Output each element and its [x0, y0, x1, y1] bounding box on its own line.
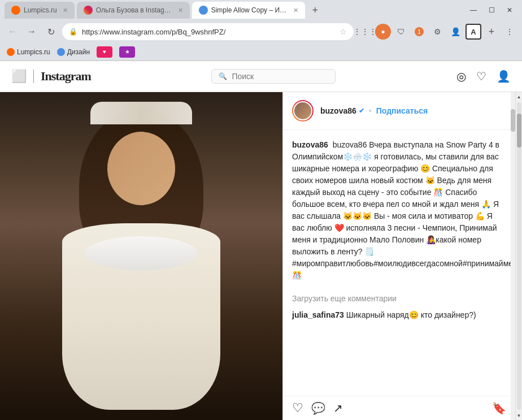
bookmarks-bar: Lumpics.ru Дизайн ♥ ★ [0, 43, 522, 61]
comment-username: julia_safina73 [292, 310, 344, 319]
bookmark-4-icon: ★ [125, 49, 130, 55]
browser-scrollbar[interactable]: ▲ ▼ [515, 92, 522, 420]
scroll-down-button[interactable]: ▼ [516, 411, 523, 420]
necklace [85, 236, 198, 270]
new-tab-icon: + [312, 5, 318, 16]
heart-icon[interactable]: ♡ [476, 70, 486, 83]
tab-lumpics[interactable]: Lumpics.ru ✕ [5, 2, 75, 19]
title-bar: Lumpics.ru ✕ Ольга Бузова в Instagram: «… [0, 0, 522, 20]
dot-separator: • [369, 106, 372, 115]
tab-simple-allow-copy[interactable]: Simple Allow Copy – Интерн… ✕ [192, 2, 305, 19]
instagram-header: ⬜ Instagram 🔍 ◎ ♡ 👤 [0, 61, 522, 92]
tab-lumpics-label: Lumpics.ru [24, 6, 57, 14]
bookmark-design[interactable]: Дизайн [57, 48, 90, 56]
address-bar: ← → ↻ 🔒 https://www.instagram.com/p/Bq_9… [0, 20, 522, 43]
refresh-button[interactable]: ↻ [43, 24, 59, 40]
sidebar-scroll-thumb [511, 109, 515, 132]
menu-button[interactable]: ⋮ [502, 24, 517, 40]
spacer [292, 282, 506, 288]
account-icon[interactable]: 👤 [447, 24, 463, 40]
face [107, 132, 175, 205]
simple-allow-copy-extension-button[interactable]: A [466, 24, 481, 40]
instagram-nav-icons: ◎ ♡ 👤 [456, 70, 511, 83]
bookmark-4[interactable]: ★ [119, 46, 135, 58]
back-icon: ← [8, 27, 17, 37]
bookmark-3[interactable]: ♥ [97, 46, 112, 58]
avatar [292, 100, 314, 122]
post-image [0, 92, 282, 420]
comment-item: julia_safina73 Шикарный наряд😊 кто дизай… [292, 309, 506, 321]
minimize-button[interactable]: — [466, 2, 481, 18]
instagram-logo-text: Instagram [41, 69, 91, 84]
close-button[interactable]: ✕ [502, 2, 517, 18]
caption-username: buzova86 [292, 140, 328, 149]
scroll-up-button[interactable]: ▲ [516, 92, 523, 101]
comment-button[interactable]: 💬 [311, 401, 325, 415]
window-controls: — ☐ ✕ [466, 2, 517, 18]
instagram-search: 🔍 [102, 69, 445, 84]
search-input[interactable] [232, 72, 322, 81]
sidebar-scrollbar[interactable] [511, 92, 515, 420]
lock-icon: 🔒 [69, 28, 77, 36]
compass-icon[interactable]: ◎ [456, 70, 466, 83]
main-area: buzova86 ✔ • Подписаться buzova86 buzova… [0, 92, 522, 420]
settings-icon[interactable]: ⚙ [429, 24, 445, 40]
instagram-favicon [84, 6, 93, 15]
post-username: buzova86 ✔ • Подписаться [320, 106, 506, 115]
logo-divider [33, 70, 34, 83]
maximize-button[interactable]: ☐ [484, 2, 499, 18]
bookmark-lumpics[interactable]: Lumpics.ru [7, 48, 50, 56]
save-button[interactable]: 🔖 [492, 401, 506, 415]
extensions-icon[interactable]: ⋮⋮⋮ [357, 24, 373, 40]
instagram-logo-area: ⬜ Instagram [11, 69, 91, 84]
bookmark-lumpics-label: Lumpics.ru [17, 48, 50, 56]
post-actions: ♡ 💬 ↗ 🔖 [283, 396, 515, 420]
post-sidebar: buzova86 ✔ • Подписаться buzova86 buzova… [282, 92, 515, 420]
instagram-logo-icon: ⬜ [11, 69, 27, 84]
back-button[interactable]: ← [5, 24, 20, 40]
like-button[interactable]: ♡ [292, 401, 303, 415]
bookmark-design-icon [57, 48, 65, 56]
search-box[interactable]: 🔍 [211, 69, 336, 84]
page-content: ⬜ Instagram 🔍 ◎ ♡ 👤 [0, 61, 522, 420]
post-caption-area[interactable]: buzova86 buzova86 Вчера выступала на Sno… [283, 130, 515, 396]
tab-instagram-label: Ольга Бузова в Instagram: «... [96, 6, 172, 14]
bookmark-design-label: Дизайн [67, 48, 90, 56]
zoom-icon[interactable]: + [484, 24, 499, 40]
avatar-image [293, 101, 312, 120]
forward-button[interactable]: → [24, 24, 40, 40]
share-button[interactable]: ↗ [333, 401, 343, 415]
tab-instagram-close[interactable]: ✕ [178, 7, 183, 14]
bookmark-star-icon[interactable]: ☆ [340, 27, 347, 36]
tab-instagram[interactable]: Ольга Бузова в Instagram: «... ✕ [77, 2, 190, 19]
forward-icon: → [27, 27, 36, 37]
bookmark-lumpics-icon [7, 48, 15, 56]
caption-text: buzova86 Вчера выступала на Snow Party 4… [292, 140, 515, 280]
tab-copy-label: Simple Allow Copy – Интерн… [211, 6, 288, 14]
lumpics-favicon [11, 6, 20, 15]
verified-badge: ✔ [359, 107, 364, 115]
copy-favicon [199, 6, 208, 15]
profile-circle-icon[interactable]: ● [375, 24, 391, 40]
post-caption: buzova86 buzova86 Вчера выступала на Sno… [292, 139, 506, 282]
search-icon: 🔍 [219, 72, 227, 80]
address-text: https://www.instagram.com/p/Bq_9wshnfPZ/ [82, 28, 335, 36]
new-tab-button[interactable]: + [307, 2, 323, 18]
headpiece [90, 102, 192, 124]
scroll-track [517, 102, 521, 410]
shield-icon[interactable]: 🛡 [393, 24, 409, 40]
follow-button[interactable]: Подписаться [376, 106, 428, 115]
post-header: buzova86 ✔ • Подписаться [283, 92, 515, 130]
profile-icon[interactable]: 👤 [497, 70, 511, 83]
browser-window: Lumpics.ru ✕ Ольга Бузова в Instagram: «… [0, 0, 522, 420]
refresh-icon: ↻ [47, 27, 55, 37]
counter-badge-icon[interactable]: 1 [411, 24, 427, 40]
load-more-comments-button[interactable]: Загрузить еще комментарии [292, 288, 506, 309]
tab-copy-close[interactable]: ✕ [293, 7, 298, 14]
tab-lumpics-close[interactable]: ✕ [63, 7, 68, 14]
post-user-info: buzova86 ✔ • Подписаться [320, 106, 506, 115]
toolbar-icons: ⋮⋮⋮ ● 🛡 1 ⚙ 👤 A + ⋮ [357, 24, 517, 40]
post-image-area [0, 92, 282, 420]
scroll-thumb [517, 114, 521, 148]
address-input[interactable]: 🔒 https://www.instagram.com/p/Bq_9wshnfP… [62, 23, 354, 40]
